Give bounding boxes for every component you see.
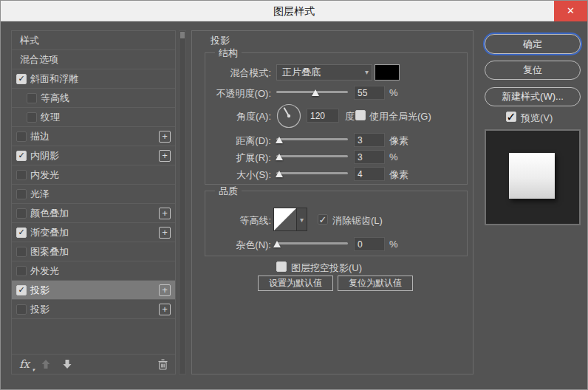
fx-icon[interactable]: fx▾ <box>19 358 30 371</box>
effect-checkbox[interactable] <box>27 93 37 103</box>
spread-slider[interactable] <box>276 151 348 162</box>
anti-alias-checkbox[interactable]: ✓ <box>318 214 328 225</box>
chevron-down-icon: ▾ <box>300 216 304 224</box>
sidebar-item-等高线[interactable]: 等高线 <box>12 89 175 108</box>
quality-group-title: 品质 <box>215 185 242 198</box>
ok-button[interactable]: 确定 <box>485 34 581 54</box>
sidebar-item-描边[interactable]: 描边+ <box>12 127 175 146</box>
angle-label: 角度(A): <box>201 110 271 123</box>
add-effect-button[interactable]: + <box>159 304 171 315</box>
sidebar-item-光泽[interactable]: 光泽 <box>12 185 175 204</box>
sidebar-item-内阴影[interactable]: ✓内阴影+ <box>12 146 175 165</box>
reset-default-button[interactable]: 复位为默认值 <box>338 276 413 291</box>
opacity-slider[interactable] <box>276 87 348 98</box>
check-icon: ✓ <box>319 214 327 225</box>
effect-checkbox[interactable] <box>16 304 27 315</box>
slider-track <box>276 138 348 140</box>
angle-input[interactable] <box>307 109 339 123</box>
sidebar-item-label: 等高线 <box>41 92 69 105</box>
move-up-icon[interactable] <box>41 359 51 369</box>
sidebar-item-label: 内发光 <box>30 168 59 182</box>
sidebar-item-label: 颜色叠加 <box>30 207 69 220</box>
blend-mode-value: 正片叠底 <box>282 66 321 78</box>
slider-thumb[interactable] <box>312 89 319 96</box>
add-effect-button[interactable]: + <box>159 284 171 296</box>
close-icon[interactable]: ✕ <box>554 1 587 21</box>
angle-unit: 度 <box>345 110 355 123</box>
size-unit: 像素 <box>389 168 408 182</box>
add-effect-button[interactable]: + <box>159 150 171 162</box>
make-default-button[interactable]: 设置为默认值 <box>258 276 333 291</box>
sidebar-item-label: 外发光 <box>30 264 59 278</box>
chevron-down-icon: ▾ <box>365 65 369 80</box>
layer-knockout-checkbox[interactable]: ✓ <box>276 261 287 272</box>
drop-shadow-panel: 投影 结构 混合模式: 正片叠底 ▾ 不透明度(O): % 角度(A): 度 <box>191 30 474 374</box>
effect-checkbox[interactable]: ✓ <box>16 285 27 295</box>
effect-checkbox[interactable] <box>27 112 37 123</box>
sidebar-item-渐变叠加[interactable]: ✓渐变叠加+ <box>12 223 175 242</box>
sidebar-item-混合选项[interactable]: 混合选项 <box>12 50 175 69</box>
sidebar-item-图案叠加[interactable]: 图案叠加 <box>12 242 175 261</box>
titlebar[interactable]: 图层样式 ✕ <box>1 1 587 21</box>
spread-label: 扩展(R): <box>201 151 271 165</box>
sidebar-item-label: 渐变叠加 <box>30 226 69 239</box>
add-effect-button[interactable]: + <box>159 131 171 143</box>
noise-slider[interactable] <box>276 239 348 249</box>
slider-thumb[interactable] <box>276 171 283 177</box>
sidebar-item-label: 图案叠加 <box>30 245 69 259</box>
effect-checkbox[interactable]: ✓ <box>16 228 27 238</box>
contour-dropdown-button[interactable]: ▾ <box>297 208 307 231</box>
distance-slider[interactable] <box>276 134 348 145</box>
effect-checkbox[interactable]: ✓ <box>16 74 27 84</box>
angle-dial[interactable] <box>276 103 301 129</box>
size-slider[interactable] <box>276 168 348 179</box>
preview-checkbox[interactable]: ✓ <box>506 112 516 122</box>
delete-effect-icon[interactable] <box>158 359 168 370</box>
sidebar-item-外发光[interactable]: 外发光 <box>12 261 175 281</box>
sidebar-item-样式[interactable]: 样式 <box>12 31 175 50</box>
size-input[interactable] <box>354 167 385 181</box>
effect-checkbox[interactable] <box>16 208 27 219</box>
sidebar-item-内发光[interactable]: 内发光 <box>12 165 175 185</box>
check-icon: ✓ <box>18 286 24 294</box>
check-icon: ✓ <box>18 228 24 236</box>
use-global-light-checkbox[interactable]: ✓ <box>355 110 366 120</box>
new-style-button[interactable]: 新建样式(W)... <box>485 87 581 106</box>
noise-input[interactable] <box>354 237 385 251</box>
opacity-input[interactable] <box>354 86 385 100</box>
sidebar-item-label: 光泽 <box>30 188 49 201</box>
sidebar-item-纹理[interactable]: 纹理 <box>12 108 175 127</box>
slider-track <box>276 172 348 174</box>
use-global-light-label: 使用全局光(G) <box>369 110 431 123</box>
add-effect-button[interactable]: + <box>159 227 171 239</box>
move-down-icon[interactable] <box>62 359 72 369</box>
slider-thumb[interactable] <box>276 154 283 160</box>
distance-label: 距离(D): <box>201 134 271 148</box>
effect-checkbox[interactable] <box>16 189 27 199</box>
sidebar-scrollbar[interactable] <box>179 30 186 374</box>
distance-input[interactable] <box>354 133 385 147</box>
effect-checkbox[interactable] <box>16 170 27 180</box>
contour-picker[interactable] <box>273 208 297 231</box>
effect-checkbox[interactable] <box>16 266 27 276</box>
shadow-color-swatch[interactable] <box>375 64 400 81</box>
sidebar-item-投影[interactable]: 投影+ <box>12 300 175 319</box>
effect-checkbox[interactable] <box>16 131 27 142</box>
sidebar-item-斜面和浮雕[interactable]: ✓斜面和浮雕 <box>12 69 175 89</box>
sidebar-item-颜色叠加[interactable]: 颜色叠加+ <box>12 204 175 223</box>
spread-input[interactable] <box>354 150 385 164</box>
effect-checkbox[interactable]: ✓ <box>16 151 27 161</box>
add-effect-button[interactable]: + <box>159 208 171 219</box>
slider-thumb[interactable] <box>273 241 281 247</box>
sidebar-item-label: 纹理 <box>41 111 60 124</box>
anti-alias-label: 消除锯齿(L) <box>332 214 383 228</box>
sidebar-item-label: 样式 <box>20 34 39 47</box>
blend-mode-select[interactable]: 正片叠底 ▾ <box>276 64 372 81</box>
sidebar-item-投影[interactable]: ✓投影+ <box>12 281 175 300</box>
effect-checkbox[interactable] <box>16 247 27 257</box>
sidebar-item-label: 投影 <box>30 284 49 297</box>
scrollbar-thumb[interactable] <box>180 32 185 38</box>
cancel-button[interactable]: 复位 <box>485 61 581 80</box>
slider-thumb[interactable] <box>276 137 283 143</box>
layer-style-dialog: 图层样式 ✕ 样式混合选项✓斜面和浮雕等高线纹理描边+✓内阴影+内发光光泽颜色叠… <box>0 0 588 390</box>
